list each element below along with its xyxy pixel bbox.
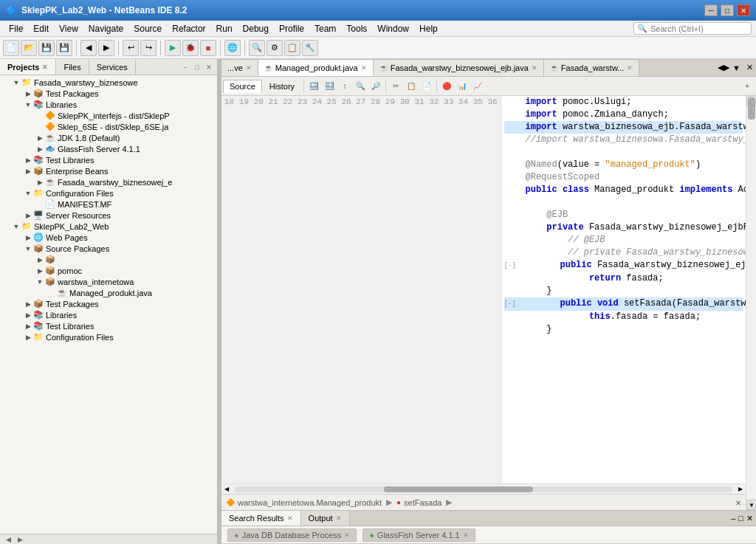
editor-source-tab[interactable]: Source <box>223 80 262 93</box>
menu-navigate[interactable]: Navigate <box>84 22 128 35</box>
tree-toggle[interactable]: ▶ <box>24 156 32 164</box>
bottom-panel-maximize[interactable]: □ <box>738 514 743 523</box>
editor-tab-managed[interactable]: ☕ Managed_produkt.java ✕ <box>258 59 374 76</box>
tree-toggle[interactable]: ▼ <box>24 101 32 109</box>
editor-tab-fasada-w-close[interactable]: ✕ <box>627 64 633 72</box>
menu-profile[interactable]: Profile <box>275 22 309 35</box>
tree-item-6[interactable]: ▶🐟GlassFish Server 4.1.1 <box>0 143 217 154</box>
output-tab-java-db[interactable]: ● Java DB Database Process ✕ <box>227 528 357 542</box>
maximize-left-icon[interactable]: □ <box>192 63 202 72</box>
tree-item-22[interactable]: ▶📚Test Libraries <box>0 320 217 331</box>
tree-toggle[interactable]: ▶ <box>24 212 32 219</box>
editor-tab-managed-close[interactable]: ✕ <box>361 64 367 72</box>
editor-tabs-scroll-right[interactable]: ▶ <box>724 63 729 72</box>
tree-item-7[interactable]: ▶📚Test Libraries <box>0 154 217 165</box>
bottom-panel-close[interactable]: ✕ <box>746 514 753 523</box>
minimize-left-icon[interactable]: – <box>180 63 190 72</box>
hscroll-right-arrow[interactable]: ▶ <box>735 484 746 495</box>
btn-3[interactable]: 🔧 <box>302 40 318 56</box>
btn-2[interactable]: 📋 <box>284 40 300 56</box>
menu-window[interactable]: Window <box>373 22 413 35</box>
hscroll-track[interactable] <box>235 486 732 492</box>
tree-item-3[interactable]: 🔶SklepPK_interfejs - dist/SklepP <box>0 110 217 121</box>
output-tab-glassfish[interactable]: ● GlassFish Server 4.1.1 ✕ <box>362 528 475 542</box>
hscroll-left-arrow[interactable]: ◀ <box>221 484 232 495</box>
tree-toggle[interactable]: ▶ <box>24 168 32 175</box>
menu-help[interactable]: Help <box>415 22 442 35</box>
tree-item-20[interactable]: ▶📦Test Packages <box>0 298 217 309</box>
tab-search-results-close[interactable]: ✕ <box>287 514 293 522</box>
save-all-button[interactable]: 💾 <box>56 40 72 56</box>
tree-toggle[interactable]: ▶ <box>24 311 32 319</box>
tree-toggle[interactable]: ▼ <box>12 79 21 86</box>
tree-item-12[interactable]: ▶🖥️Server Resources <box>0 210 217 221</box>
minimize-button[interactable]: ─ <box>704 4 718 16</box>
ed-btn-1[interactable]: 🔙 <box>306 79 321 94</box>
tab-output[interactable]: Output ✕ <box>301 511 350 526</box>
stop-button[interactable]: ■ <box>200 40 216 56</box>
menu-refactor[interactable]: Refactor <box>168 22 210 35</box>
tab-services[interactable]: Services <box>89 59 136 75</box>
tree-item-19[interactable]: ☕Managed_produkt.java <box>0 287 217 298</box>
tab-search-results[interactable]: Search Results ✕ <box>221 511 301 526</box>
tab-output-close[interactable]: ✕ <box>336 514 342 522</box>
new-button[interactable]: 📄 <box>3 40 19 56</box>
menu-edit[interactable]: Edit <box>29 22 53 35</box>
tree-item-13[interactable]: ▼📁SklepPK_Lab2_Web <box>0 221 217 232</box>
tree-item-11[interactable]: 📄MANIFEST.MF <box>0 199 217 210</box>
menu-source[interactable]: Source <box>129 22 166 35</box>
fold-button-31[interactable]: [-] <box>504 262 516 269</box>
find-button[interactable]: 🔍 <box>249 40 265 56</box>
forward-button[interactable]: ▶ <box>98 40 114 56</box>
tree-item-23[interactable]: ▶📁Configuration Files <box>0 331 217 342</box>
debug-button[interactable]: 🐞 <box>182 40 199 56</box>
tree-item-17[interactable]: ▶📦pomoc <box>0 265 217 276</box>
tree-toggle[interactable]: ▼ <box>12 223 21 230</box>
tree-item-18[interactable]: ▼📦warstwa_internetowa <box>0 276 217 287</box>
browser-button[interactable]: 🌐 <box>224 40 241 56</box>
editor-tab-fasada-ejb-close[interactable]: ✕ <box>532 64 537 72</box>
tree-item-0[interactable]: ▼📁Fasada_warstwy_biznesowe <box>0 77 217 88</box>
fold-button-34[interactable]: [-] <box>504 300 516 308</box>
tab-files[interactable]: Files <box>56 59 89 75</box>
tree-toggle[interactable]: ▼ <box>35 278 44 286</box>
run-button[interactable]: ▶ <box>165 40 181 56</box>
bottom-panel-minimize[interactable]: – <box>731 514 735 523</box>
ed-btn-11[interactable]: 📈 <box>470 79 485 94</box>
tree-toggle[interactable]: ▶ <box>24 234 32 241</box>
undo-button[interactable]: ↩ <box>123 40 139 56</box>
tree-item-4[interactable]: 🔶Sklep_6SE - dist/Sklep_6SE.ja <box>0 121 217 132</box>
open-button[interactable]: 📂 <box>21 40 37 56</box>
tree-item-1[interactable]: ▶📦Test Packages <box>0 88 217 99</box>
tree-toggle[interactable]: ▼ <box>24 190 32 197</box>
tab-projects[interactable]: Projects ✕ <box>0 59 56 75</box>
editor-tab-fasada-w[interactable]: ☕ Fasada_warstw... ✕ <box>544 59 640 76</box>
redo-button[interactable]: ↪ <box>140 40 157 56</box>
tree-toggle[interactable]: ▶ <box>24 300 32 308</box>
vscroll-thumb[interactable] <box>748 97 755 120</box>
tree-toggle[interactable]: ▶ <box>35 256 44 264</box>
menu-tools[interactable]: Tools <box>342 22 371 35</box>
editor-tab-ve[interactable]: ...ve ✕ <box>221 59 258 76</box>
close-button[interactable]: ✕ <box>737 4 750 16</box>
search-input[interactable] <box>650 24 739 33</box>
tab-projects-close-icon[interactable]: ✕ <box>42 63 48 71</box>
tree-item-10[interactable]: ▼📁Configuration Files <box>0 187 217 199</box>
menu-team[interactable]: Team <box>310 22 340 35</box>
editor-history-tab[interactable]: History <box>263 80 301 93</box>
tree-toggle[interactable]: ▼ <box>24 245 32 252</box>
tree-toggle[interactable]: ▶ <box>35 267 44 275</box>
tree-item-21[interactable]: ▶📚Libraries <box>0 309 217 320</box>
ed-btn-8[interactable]: 📄 <box>419 79 434 94</box>
tree-toggle[interactable]: ▶ <box>35 179 44 186</box>
editor-tab-fasada-ejb[interactable]: ☕ Fasada_warstwy_biznesowej_ejb.java ✕ <box>374 59 544 76</box>
tree-toggle[interactable]: ▶ <box>35 145 44 153</box>
menu-run[interactable]: Run <box>212 22 237 35</box>
ed-btn-add[interactable]: + <box>740 79 755 94</box>
editor-tab-ve-close[interactable]: ✕ <box>246 64 252 72</box>
ed-btn-3[interactable]: ↕ <box>337 79 352 94</box>
tree-item-9[interactable]: ▶☕Fasada_warstwy_biznesowej_e <box>0 176 217 187</box>
menu-view[interactable]: View <box>55 22 83 35</box>
code-content[interactable]: import pomoc.Uslugi; import pomoc.Zmiana… <box>501 96 746 483</box>
tree-toggle[interactable]: ▶ <box>24 334 32 341</box>
